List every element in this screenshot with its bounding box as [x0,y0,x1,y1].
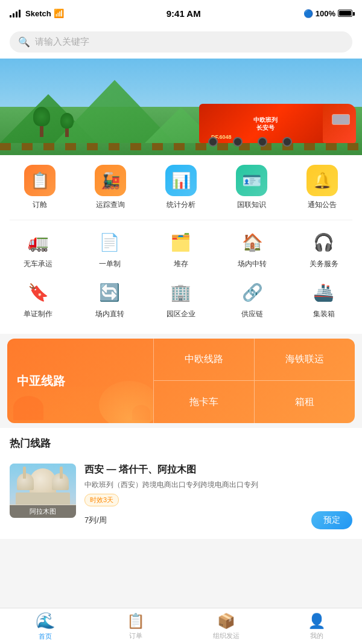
tongzhi-icon: 🔔 [306,165,338,196]
icon-section: 📋 订舱 🚂 运踪查询 📊 统计分析 🪪 国联知识 🔔 通知公告 🚛 无车承运 … [0,155,362,334]
route-zhongou[interactable]: 中欧线路 [153,339,254,381]
tree-right [60,113,74,137]
route-banner: 中亚线路 中欧线路海铁联运拖卡车箱租 [7,339,355,423]
train-tracks [0,143,362,150]
wuche-icon: 🚛 [25,229,51,255]
route-tag: 时效3天 [84,494,119,506]
status-left: Sketch 📶 [10,8,64,18]
icon-item-guanwu[interactable]: 🎧 关务服务 [291,229,357,269]
icon-item-yunzong[interactable]: 🚂 运踪查询 [80,165,141,210]
route-card-image: 阿拉木图 [10,464,76,518]
search-icon: 🔍 [18,36,30,48]
tab-home-icon: 🌊 [36,611,55,630]
battery-label: 100% [316,9,335,18]
yunzong-label: 运踪查询 [96,200,125,210]
icon-item-yuanqu[interactable]: 🏢 园区企业 [148,279,214,319]
duicun-icon: 🗂️ [168,229,194,255]
dingcang-label: 订舱 [33,200,47,210]
tab-mine-icon: 👤 [308,613,326,630]
jizhuangxiang-icon: 🚢 [311,279,337,305]
yuanqu-icon: 🏢 [168,279,194,305]
changnei-icon: 🏠 [239,229,265,255]
icon-row-1: 📋 订舱 🚂 运踪查询 📊 统计分析 🪪 国联知识 🔔 通知公告 [0,165,362,220]
status-time: 9:41 AM [167,8,201,19]
danzhen-icon: 🔖 [25,279,51,305]
route-zhongya[interactable]: 中亚线路 [7,339,153,423]
app-name: Sketch [25,9,51,18]
search-placeholder: 请输入关键字 [35,36,89,48]
yunzong-icon: 🚂 [95,165,126,196]
route-card-1: 阿拉木图 西安 — 塔什干、阿拉木图 中欧班列（西安）跨境电商出口专列跨境电商出… [0,456,362,539]
hero-banner: 中欧班列长安号 DF.6048 [0,59,362,155]
tongji-label: 统计分析 [167,200,195,210]
icon-row-2: 🚛 无车承运 📄 一单制 🗂️ 堆存 🏠 场内中转 🎧 关务服务 [0,220,362,279]
wifi-icon: 📶 [54,8,64,18]
danzhen-label: 单证制作 [24,309,52,319]
jizhuangxiang-label: 集装箱 [313,309,335,319]
tab-bar: 🌊 首页 📋 订单 📦 组织发运 👤 我的 [0,608,362,644]
tab-dispatch-icon: 📦 [217,613,235,630]
route-card-title: 西安 — 塔什干、阿拉木图 [84,464,352,476]
icon-item-danzhen[interactable]: 🔖 单证制作 [5,279,71,319]
yuanqu-label: 园区企业 [167,309,195,319]
icon-item-gongyinglian[interactable]: 🔗 供应链 [219,279,285,319]
tab-mine-label: 我的 [310,631,323,640]
tab-dispatch-label: 组织发运 [213,631,240,640]
icon-item-guolian[interactable]: 🪪 国联知识 [221,165,282,210]
icon-item-tongji[interactable]: 📊 统计分析 [151,165,211,210]
route-card-desc: 中欧班列（西安）跨境电商出口专列跨境电商出口专列 [84,480,352,490]
status-bar: Sketch 📶 9:41 AM 🔵 100% [0,0,362,27]
signal-icon [10,9,21,18]
icon-item-changnei[interactable]: 🏠 场内中转 [219,229,285,269]
icon-item-wuche[interactable]: 🚛 无车承运 [5,229,71,269]
icon-item-dingcang[interactable]: 📋 订舱 [10,165,70,210]
train: 中欧班列长安号 DF.6048 [199,95,356,143]
changnei-label: 场内中转 [238,259,267,269]
tab-mine[interactable]: 👤 我的 [272,613,362,640]
tab-home[interactable]: 🌊 首页 [0,611,91,641]
tab-order[interactable]: 📋 订单 [91,613,181,640]
tongzhi-label: 通知公告 [308,200,337,210]
yidan-label: 一单制 [99,259,121,269]
route-tuokache[interactable]: 拖卡车 [153,381,254,423]
changneizhizhuang-icon: 🔄 [97,279,123,305]
icon-item-duicun[interactable]: 🗂️ 堆存 [148,229,214,269]
status-right: 🔵 100% [303,9,352,18]
icon-item-tongzhi[interactable]: 🔔 通知公告 [292,165,352,210]
book-button[interactable]: 预定 [311,511,352,529]
wuche-label: 无车承运 [24,259,52,269]
icon-row-3: 🔖 单证制作 🔄 场内直转 🏢 园区企业 🔗 供应链 🚢 集装箱 [0,279,362,329]
tab-home-label: 首页 [39,632,52,641]
route-haitie[interactable]: 海铁联运 [254,339,355,381]
route-frequency: 7列/周 [84,515,107,526]
gongyinglian-icon: 🔗 [239,279,265,305]
route-xianzu[interactable]: 箱租 [254,381,355,423]
route-right-grid: 中欧线路海铁联运拖卡车箱租 [153,339,355,423]
guanwu-label: 关务服务 [310,259,338,269]
tab-order-icon: 📋 [127,613,145,630]
duicun-label: 堆存 [174,259,188,269]
route-img-label: 阿拉木图 [10,505,76,518]
route-zhongya-label: 中亚线路 [17,373,144,389]
changneizhizhuang-label: 场内直转 [95,309,124,319]
battery-icon [338,10,352,17]
tab-dispatch[interactable]: 📦 组织发运 [181,613,272,640]
icon-item-yidan[interactable]: 📄 一单制 [77,229,143,269]
route-card-details: 西安 — 塔什干、阿拉木图 中欧班列（西安）跨境电商出口专列跨境电商出口专列 时… [84,464,352,529]
guolian-icon: 🪪 [236,165,267,196]
icon-item-changneizhizhuang[interactable]: 🔄 场内直转 [77,279,143,319]
tab-order-label: 订单 [129,631,142,640]
search-bar[interactable]: 🔍 请输入关键字 [10,31,352,53]
dingcang-icon: 📋 [24,165,56,196]
tree-left [33,107,50,137]
icon-item-jizhuangxiang[interactable]: 🚢 集装箱 [291,279,357,319]
guolian-label: 国联知识 [237,200,266,210]
hot-routes-title: 热门线路 [10,438,51,449]
route-card-footer: 7列/周 预定 [84,511,352,529]
search-bar-wrap: 🔍 请输入关键字 [0,27,362,59]
guanwu-icon: 🎧 [311,229,337,255]
tongji-icon: 📊 [165,165,197,196]
gongyinglian-label: 供应链 [241,309,263,319]
yidan-icon: 📄 [97,229,123,255]
bluetooth-icon: 🔵 [303,9,313,18]
